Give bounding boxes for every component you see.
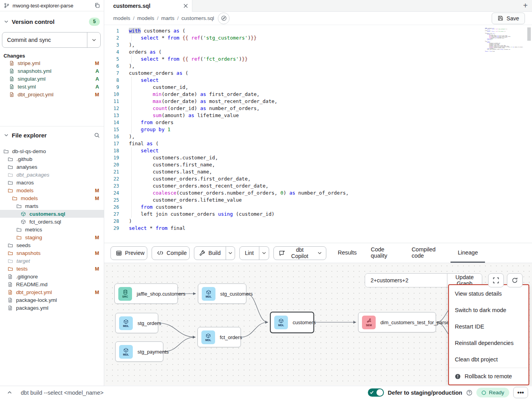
tree-item-target[interactable]: target: [0, 257, 104, 265]
code-line[interactable]: 13 sum(amount) as lifetime_value: [104, 112, 532, 119]
code-editor[interactable]: 1with customers as (2 select * from {{ r…: [104, 25, 532, 243]
commit-and-sync-button[interactable]: Commit and sync: [2, 32, 101, 48]
code-line[interactable]: 25 customer_orders.lifetime_value: [104, 197, 532, 204]
help-icon[interactable]: [466, 390, 472, 396]
change-row-singular.yml[interactable]: singular.ymlA: [0, 75, 104, 83]
code-line[interactable]: 18 select: [104, 147, 532, 154]
tab-results[interactable]: Results: [331, 243, 364, 263]
compile-button[interactable]: Compile: [152, 246, 190, 260]
change-row-stripe.yml[interactable]: stripe.ymlM: [0, 59, 104, 67]
new-tab-button[interactable]: +: [519, 0, 532, 11]
menu-item-reinstall-dependencies[interactable]: Reinstall dependencies: [449, 335, 528, 351]
code-line[interactable]: 27 left join customer_orders using (cust…: [104, 211, 532, 218]
lineage-node-customers[interactable]: MDLcustomers: [270, 312, 314, 333]
code-line[interactable]: 20 customers.first_name,: [104, 161, 532, 168]
change-row-snapshots.yml[interactable]: snapshots.ymlA: [0, 67, 104, 75]
tab-code-quality[interactable]: Code quality: [364, 243, 405, 263]
tree-item-dbt_project.yml[interactable]: dbt_project.ymlM: [0, 288, 104, 296]
code-line[interactable]: 5 select * from {{ ref('fct_orders')}}: [104, 56, 532, 63]
editor-scrollbar[interactable]: [527, 27, 531, 41]
menu-item-rollback-to-remote[interactable]: Rollback to remote: [449, 368, 528, 385]
code-line[interactable]: 3),: [104, 42, 532, 49]
navigate-icon[interactable]: [218, 13, 230, 24]
tab-lineage[interactable]: Lineage: [451, 243, 485, 263]
code-line[interactable]: 16),: [104, 133, 532, 140]
code-line[interactable]: 10 min(order_date) as first_order_date,: [104, 91, 532, 98]
tree-item-dbt_packages[interactable]: dbt_packages: [0, 171, 104, 179]
change-row-test.yml[interactable]: test.ymlA: [0, 83, 104, 90]
code-line[interactable]: 26 from customers: [104, 204, 532, 211]
tree-item-.gitignore[interactable]: .gitignore: [0, 273, 104, 280]
search-icon[interactable]: [94, 132, 100, 138]
menu-item-clean-dbt-project[interactable]: Clean dbt project: [449, 351, 528, 368]
breadcrumb-item[interactable]: models: [113, 15, 130, 21]
tree-item-README.md[interactable]: README.md: [0, 280, 104, 288]
lint-button[interactable]: Lint: [240, 247, 259, 260]
code-line[interactable]: 15 group by 1: [104, 126, 532, 133]
tree-item-marts[interactable]: marts: [0, 202, 104, 210]
code-line[interactable]: 7customer_orders as (: [104, 70, 532, 77]
tree-item-snapshots[interactable]: snapshotsM: [0, 249, 104, 257]
close-icon[interactable]: [183, 4, 188, 8]
code-line[interactable]: 8 select: [104, 77, 532, 84]
refresh-icon[interactable]: [507, 273, 523, 287]
breadcrumb-item[interactable]: marts: [161, 15, 175, 21]
lineage-node-fct_orders[interactable]: MDLfct_orders: [197, 327, 241, 347]
code-line[interactable]: 9 customer_id,: [104, 84, 532, 91]
code-line[interactable]: 6),: [104, 63, 532, 70]
code-line[interactable]: 22 customer_orders.first_order_date,: [104, 175, 532, 182]
code-line[interactable]: 24 coalesce(customer_orders.number_of_or…: [104, 190, 532, 197]
code-line[interactable]: 28): [104, 218, 532, 225]
command-input[interactable]: dbt build --select <model_name>: [21, 390, 103, 396]
defer-toggle[interactable]: [368, 388, 384, 397]
code-line[interactable]: 11 max(order_date) as most_recent_order_…: [104, 98, 532, 105]
more-options-button[interactable]: •••: [513, 387, 528, 398]
tree-item-package-lock.yml[interactable]: package-lock.yml: [0, 296, 104, 304]
breadcrumb-item[interactable]: customers.sql: [181, 15, 214, 21]
tree-item-seeds[interactable]: seeds: [0, 241, 104, 249]
tree-item-models[interactable]: modelsM: [0, 194, 104, 202]
tab-compiled-code[interactable]: Compiled code: [405, 243, 451, 263]
copy-branch-icon[interactable]: [94, 3, 100, 8]
tree-item-fct_orders.sql[interactable]: fct_orders.sql: [0, 218, 104, 226]
tree-item-.github[interactable]: .github: [0, 155, 104, 163]
tree-item-metrics[interactable]: metrics: [0, 226, 104, 233]
code-line[interactable]: 1with customers as (: [104, 27, 532, 34]
tree-item-db-sl-qs-demo[interactable]: db-sl-qs-demo: [0, 147, 104, 155]
menu-item-restart-ide[interactable]: Restart IDE: [449, 318, 528, 335]
build-button[interactable]: Build: [194, 247, 226, 260]
lint-dropdown-chevron-icon[interactable]: [259, 247, 269, 260]
code-line[interactable]: 2 select * from {{ ref('stg_customers')}…: [104, 34, 532, 42]
tree-item-macros[interactable]: macros: [0, 179, 104, 186]
build-dropdown-chevron-icon[interactable]: [226, 247, 235, 260]
chevron-up-icon[interactable]: [7, 390, 12, 395]
lineage-selector-input[interactable]: [365, 274, 447, 287]
preview-button[interactable]: Preview: [110, 246, 147, 260]
code-line[interactable]: 19 customers.customer_id,: [104, 154, 532, 161]
menu-item-switch-to-dark-mode[interactable]: Switch to dark mode: [449, 302, 528, 318]
change-row-dbt_project.yml[interactable]: dbt_project.ymlM: [0, 90, 104, 98]
dbt-copilot-button[interactable]: dbt Copilot: [273, 246, 327, 260]
fullscreen-icon[interactable]: [488, 273, 504, 287]
tree-item-staging[interactable]: stagingM: [0, 233, 104, 241]
lineage-node-stg_customers[interactable]: MDLstg_customers: [198, 283, 246, 304]
code-line[interactable]: 4orders as (: [104, 49, 532, 56]
lineage-node-jaffle_shop.customers[interactable]: SRCjaffle_shop.customers: [114, 283, 178, 304]
copilot-dropdown-chevron-icon[interactable]: [317, 247, 326, 260]
tree-item-analyses[interactable]: analyses: [0, 163, 104, 171]
breadcrumb-item[interactable]: models: [137, 15, 154, 21]
tree-item-customers.sql[interactable]: customers.sql: [0, 210, 104, 218]
code-line[interactable]: 12 count(order_id) as number_of_orders,: [104, 105, 532, 112]
file-explorer-header[interactable]: File explorer: [0, 130, 104, 141]
menu-item-view-status-details[interactable]: View status details: [449, 285, 528, 302]
tree-item-tests[interactable]: testsM: [0, 265, 104, 273]
lineage-node-dim_customers_test_for_parse[interactable]: SEMdim_customers_test_for_parse: [358, 312, 436, 332]
lineage-node-stg_payments[interactable]: MDLstg_payments: [115, 341, 163, 362]
code-line[interactable]: 23 customer_orders.most_recent_order_dat…: [104, 182, 532, 190]
file-tab-customers[interactable]: customers.sql: [104, 0, 192, 12]
code-line[interactable]: 21 customers.last_name,: [104, 168, 532, 175]
version-control-header[interactable]: Version control 5: [0, 16, 104, 27]
save-button[interactable]: Save: [492, 13, 525, 24]
code-line[interactable]: 17final as (: [104, 140, 532, 147]
code-line[interactable]: 14 from orders: [104, 119, 532, 126]
